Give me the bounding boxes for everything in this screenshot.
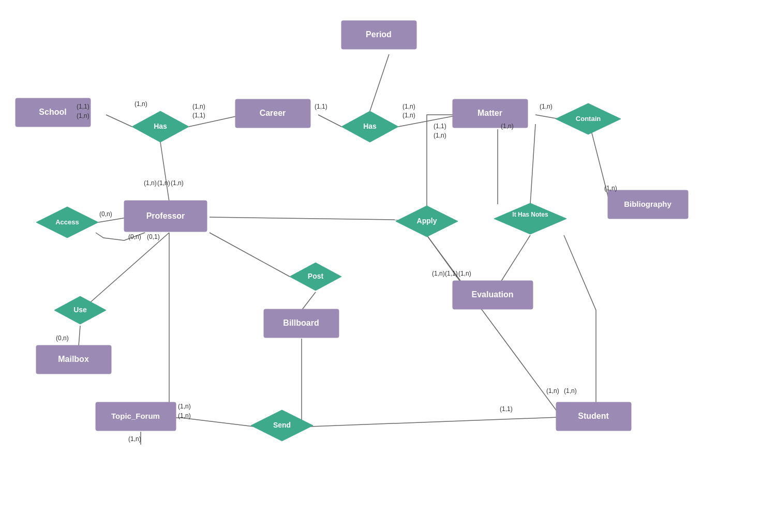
entity-billboard-label: Billboard xyxy=(283,318,319,327)
card-school-has1-a: (1,1) xyxy=(77,103,89,110)
card-has2-matter-a: (1,n) xyxy=(402,103,415,110)
card-access-loop-b: (0,1) xyxy=(147,233,160,240)
svg-line-2 xyxy=(318,115,341,127)
entity-evaluation-label: Evaluation xyxy=(472,290,514,299)
svg-line-4 xyxy=(370,54,389,111)
svg-line-10 xyxy=(530,124,535,204)
card-send-student: (1,1) xyxy=(500,405,513,413)
card-apply-eval-c: (1,n) xyxy=(458,270,471,277)
card-has1-top: (1,n) xyxy=(135,100,147,108)
entity-matter-label: Matter xyxy=(477,109,502,117)
card-has1-career-b: (1,1) xyxy=(192,112,205,119)
card-matter-ihn: (1,n) xyxy=(501,123,514,130)
card-has1-prof-a: (1,n) xyxy=(144,179,157,187)
relation-it-has-notes-label: It Has Notes xyxy=(512,211,548,218)
entity-topic-forum-label: Topic_Forum xyxy=(111,412,160,420)
relation-has2-label: Has xyxy=(363,122,377,130)
svg-line-16 xyxy=(181,418,253,427)
card-topic-send-b: (1,n) xyxy=(178,412,191,419)
card-use-mailbox: (0,n) xyxy=(56,335,69,342)
card-student-b: (1,n) xyxy=(564,387,577,394)
entity-mailbox-label: Mailbox xyxy=(58,355,89,363)
card-has1-career-a: (1,n) xyxy=(192,103,205,110)
svg-line-13 xyxy=(302,292,316,310)
card-topic-send-a: (1,n) xyxy=(178,403,191,410)
card-student-a: (1,n) xyxy=(546,387,559,394)
svg-line-7 xyxy=(160,142,169,202)
entity-period-label: Period xyxy=(366,30,392,39)
svg-line-5 xyxy=(535,115,559,119)
svg-line-9 xyxy=(210,217,398,220)
card-apply-eval-a: (1,n) xyxy=(432,270,445,277)
relation-use-label: Use xyxy=(73,306,87,314)
entity-professor-label: Professor xyxy=(146,211,185,220)
er-svg-canvas: School Career Period Matter Professor Bi… xyxy=(0,0,776,532)
entity-bibliography-label: Bibliography xyxy=(624,200,671,208)
svg-line-11 xyxy=(501,235,530,282)
card-contain-bibliography: (1,n) xyxy=(604,185,617,192)
card-matter-contain: (1,n) xyxy=(540,103,553,110)
card-matter-apply-a: (1,1) xyxy=(434,123,446,130)
card-apply-eval-b: (1,1) xyxy=(445,270,458,277)
card-has1-prof-c: (1,n) xyxy=(171,179,184,187)
svg-line-15 xyxy=(79,326,80,346)
card-access-prof: (0,n) xyxy=(99,210,112,218)
card-school-has1-b: (1,n) xyxy=(77,112,89,119)
relation-contain-label: Contain xyxy=(576,115,601,123)
card-matter-apply-b: (1,n) xyxy=(434,132,446,139)
svg-line-17 xyxy=(310,417,559,427)
relation-apply-label: Apply xyxy=(417,217,437,225)
er-diagram: School Career Period Matter Professor Bi… xyxy=(0,0,776,532)
svg-line-14 xyxy=(80,233,169,311)
card-topic-bottom: (1,n) xyxy=(128,435,141,443)
entity-school-label: School xyxy=(39,108,66,116)
entity-career-label: Career xyxy=(260,109,286,117)
relation-has1-label: Has xyxy=(154,122,167,130)
card-has1-prof-b: (1,n) xyxy=(157,179,170,187)
relation-access-label: Access xyxy=(55,218,79,226)
card-career-has2: (1,1) xyxy=(315,103,327,110)
card-has2-matter-b: (1,n) xyxy=(402,112,415,119)
relation-post-label: Post xyxy=(308,272,324,280)
card-access-loop-a: (0,n) xyxy=(128,233,141,240)
entity-student-label: Student xyxy=(578,412,609,420)
svg-line-0 xyxy=(106,115,132,127)
relation-it-has-notes xyxy=(494,203,566,234)
relation-send-label: Send xyxy=(273,421,291,429)
